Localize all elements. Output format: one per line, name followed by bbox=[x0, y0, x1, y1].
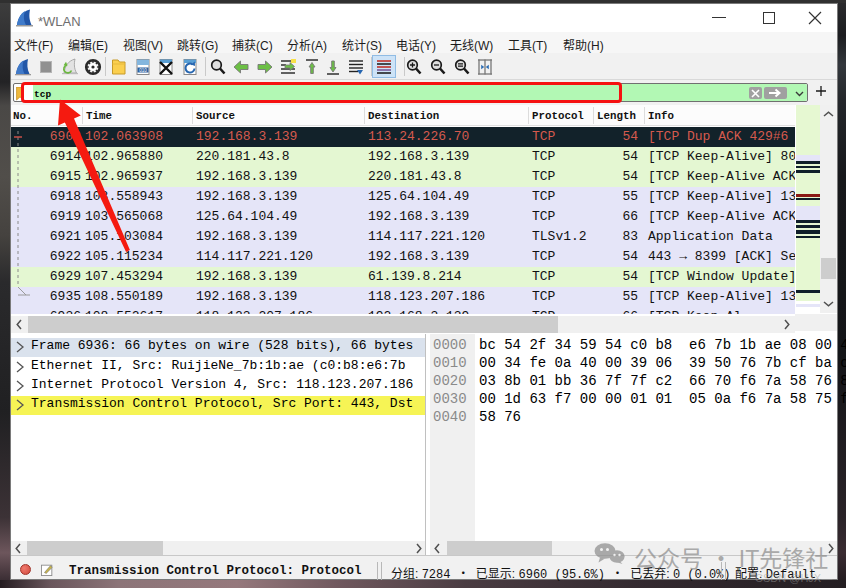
svg-text:010: 010 bbox=[139, 68, 147, 73]
